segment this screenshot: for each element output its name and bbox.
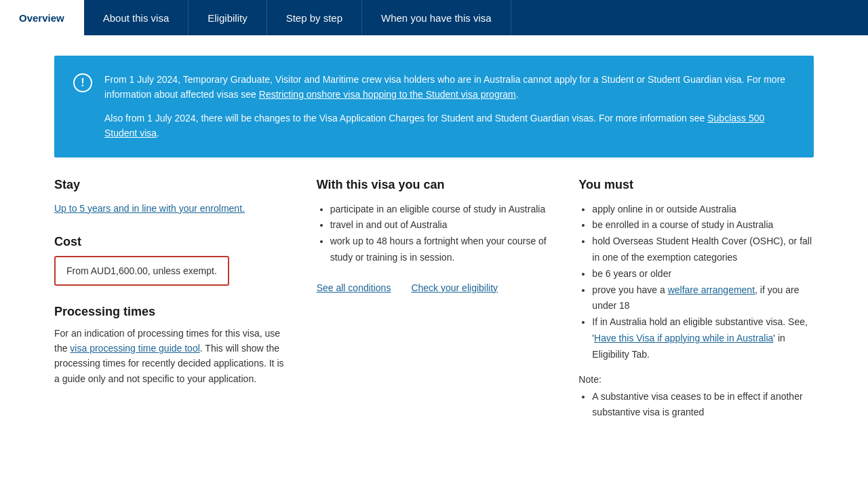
col-with-visa: With this visa you can participate in an… (317, 178, 552, 422)
nav-spacer (511, 0, 868, 35)
you-must-heading: You must (578, 178, 814, 192)
processing-heading: Processing times (54, 305, 290, 319)
list-item: hold Overseas Student Health Cover (OSHC… (592, 233, 814, 266)
info-paragraph-1: From 1 July 2024, Temporary Graduate, Vi… (104, 72, 795, 102)
stay-text[interactable]: Up to 5 years and in line with your enro… (54, 203, 245, 214)
list-item: A substantive visa ceases to be in effec… (592, 389, 814, 422)
info-icon: ! (73, 73, 92, 92)
nav-item-about[interactable]: About this visa (84, 0, 189, 35)
list-item: be enrolled in a course of study in Aust… (592, 217, 814, 233)
cost-heading: Cost (54, 235, 290, 249)
main-content: ! From 1 July 2024, Temporary Graduate, … (0, 56, 868, 448)
list-item: travel in and out of Australia (330, 217, 552, 233)
welfare-link[interactable]: welfare arrangement (668, 284, 755, 295)
list-item: be 6 years or older (592, 266, 814, 282)
visa-links-row: See all conditions Check your eligibilit… (317, 282, 552, 293)
processing-link[interactable]: visa processing time guide tool (70, 343, 199, 354)
main-nav: Overview About this visa Eligibility Ste… (0, 0, 868, 35)
content-columns: Stay Up to 5 years and in line with your… (54, 178, 814, 422)
nav-item-overview[interactable]: Overview (0, 0, 84, 35)
have-visa-link[interactable]: Have this Visa if applying while in Aust… (594, 333, 773, 343)
processing-text: For an indication of processing times fo… (54, 326, 290, 387)
nav-item-when-you-have[interactable]: When you have this visa (362, 0, 511, 35)
with-visa-list: participate in an eligible course of stu… (317, 202, 552, 266)
info-paragraph-2: Also from 1 July 2024, there will be cha… (104, 111, 795, 141)
with-visa-heading: With this visa you can (317, 178, 552, 192)
info-banner: ! From 1 July 2024, Temporary Graduate, … (54, 56, 814, 157)
col-stay-cost: Stay Up to 5 years and in line with your… (54, 178, 290, 422)
list-item: prove you have a welfare arrangement, if… (592, 282, 814, 315)
nav-item-eligibility[interactable]: Eligibility (189, 0, 267, 35)
nav-item-step-by-step[interactable]: Step by step (267, 0, 362, 35)
note-label: Note: (578, 374, 814, 385)
list-item: If in Australia hold an eligible substan… (592, 314, 814, 362)
cost-value: From AUD1,600.00, unless exempt. (54, 256, 229, 286)
check-eligibility-link[interactable]: Check your eligibility (411, 282, 498, 293)
list-item: work up to 48 hours a fortnight when you… (330, 233, 552, 266)
list-item: participate in an eligible course of stu… (330, 202, 552, 218)
info-link-1[interactable]: Restricting onshore visa hopping to the … (259, 89, 516, 100)
you-must-list: apply online in or outside Australia be … (578, 202, 814, 363)
info-text: From 1 July 2024, Temporary Graduate, Vi… (104, 72, 795, 141)
stay-heading: Stay (54, 178, 290, 192)
col-you-must: You must apply online in or outside Aust… (578, 178, 814, 422)
list-item: apply online in or outside Australia (592, 202, 814, 218)
see-all-conditions-link[interactable]: See all conditions (317, 282, 391, 293)
note-list: A substantive visa ceases to be in effec… (578, 389, 814, 422)
